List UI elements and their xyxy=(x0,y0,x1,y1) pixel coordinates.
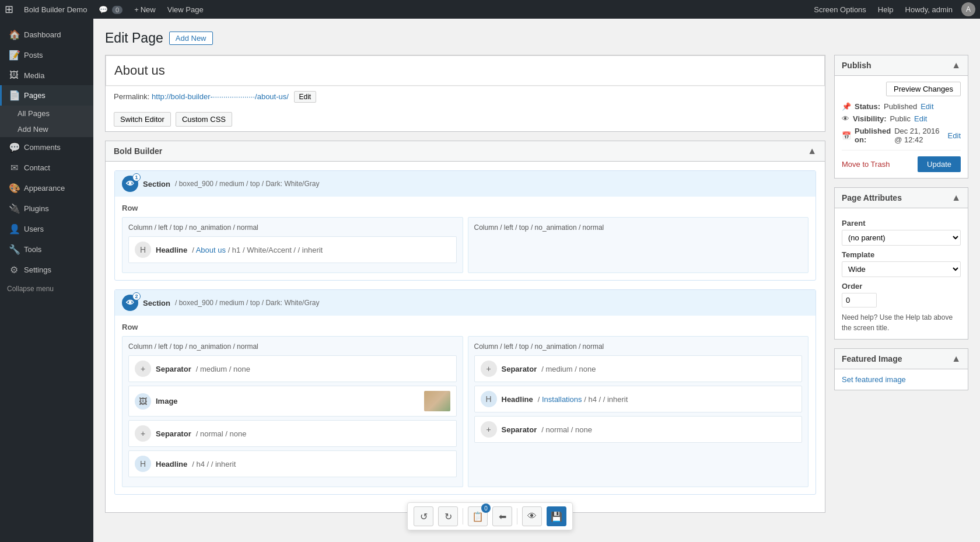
sidebar-label-comments: Comments xyxy=(24,143,61,152)
sidebar-label-appearance: Appearance xyxy=(24,184,65,193)
bb-element-sep-2-meta: / normal / none xyxy=(196,429,247,438)
bb-element-headline-3[interactable]: H Headline / Installations / h4 / / inhe… xyxy=(474,386,803,412)
featured-image-header[interactable]: Featured Image ▲ xyxy=(835,349,968,369)
sidebar-label-dashboard: Dashboard xyxy=(24,30,61,39)
post-title-input[interactable] xyxy=(106,55,825,86)
headline-3-link[interactable]: Installations xyxy=(542,395,582,404)
sidebar-panel: Publish ▲ Preview Changes 📌 Status: Publ… xyxy=(834,55,968,399)
new-content-link[interactable]: New xyxy=(128,5,162,14)
toolbar-separator-1 xyxy=(463,508,463,524)
sidebar-item-settings[interactable]: ⚙ Settings xyxy=(0,260,93,280)
bb-section-1-col-2: Column / left / top / no_animation / nor… xyxy=(468,217,809,273)
preview-changes-button[interactable]: Preview Changes xyxy=(886,82,961,96)
bb-section-1-col-1-header: Column / left / top / no_animation / nor… xyxy=(128,223,457,232)
sidebar-item-add-new[interactable]: Add New xyxy=(0,121,93,137)
bb-element-sep-2[interactable]: + Separator / normal / none xyxy=(128,420,457,447)
bb-section-2-icon[interactable]: 👁 2 xyxy=(122,295,138,311)
switch-editor-button[interactable]: Switch Editor xyxy=(114,112,171,127)
visibility-value: Public xyxy=(890,114,911,123)
bb-section-1-meta: / boxed_900 / medium / top / Dark: White… xyxy=(175,180,319,188)
bb-section-1-label: Section xyxy=(143,180,170,188)
save-button[interactable]: 💾 xyxy=(547,506,566,526)
sidebar-item-media[interactable]: 🖼 Media xyxy=(0,65,93,85)
appearance-icon: 🎨 xyxy=(9,183,19,194)
calendar-icon: 📅 xyxy=(842,131,851,140)
site-name[interactable]: Bold Builder Demo xyxy=(18,5,93,14)
sidebar-item-plugins[interactable]: 🔌 Plugins xyxy=(0,198,93,219)
redo-button[interactable]: ↻ xyxy=(438,506,458,526)
published-edit-link[interactable]: Edit xyxy=(948,131,961,140)
bb-element-headline-2-label: Headline xyxy=(156,460,187,468)
publish-visibility-row: 👁 Visibility: Public Edit xyxy=(842,114,961,123)
bb-element-headline-2-partial[interactable]: H Headline / h4 / / inherit xyxy=(128,450,457,477)
sidebar-item-pages[interactable]: 📄 Pages xyxy=(0,85,93,106)
sidebar-item-posts[interactable]: 📝 Posts xyxy=(0,45,93,65)
wp-logo-icon[interactable]: ⊞ xyxy=(5,3,13,16)
headline-icon-1: H xyxy=(135,242,151,258)
featured-image-metabox: Featured Image ▲ Set featured image xyxy=(834,348,968,390)
parent-select[interactable]: (no parent) xyxy=(842,230,961,246)
template-select[interactable]: Wide xyxy=(842,261,961,277)
sidebar-label-media: Media xyxy=(24,71,44,80)
update-button[interactable]: Update xyxy=(918,156,961,172)
clipboard-button[interactable]: 📋 0 xyxy=(468,506,488,526)
comment-icon: 💬 xyxy=(99,5,108,14)
bb-element-sep-3-label: Separator xyxy=(502,365,537,373)
publish-preview-row: Preview Changes xyxy=(842,82,961,96)
sidebar-item-tools[interactable]: 🔧 Tools xyxy=(0,239,93,260)
bb-section-2-meta: / boxed_900 / medium / top / Dark: White… xyxy=(175,299,319,307)
status-label: Status: xyxy=(855,102,880,111)
sidebar-item-comments[interactable]: 💬 Comments xyxy=(0,137,93,158)
bb-element-sep-4[interactable]: + Separator / normal / none xyxy=(474,416,803,443)
paste-button[interactable]: ⬅ xyxy=(492,506,512,526)
custom-css-button[interactable]: Custom CSS xyxy=(176,112,232,127)
permalink-edit-button[interactable]: Edit xyxy=(294,91,317,103)
bb-section-2-col-2-header: Column / left / top / no_animation / nor… xyxy=(474,342,803,351)
publish-metabox-header[interactable]: Publish ▲ xyxy=(835,55,968,76)
sidebar-item-all-pages[interactable]: All Pages xyxy=(0,106,93,121)
permalink-url[interactable]: http://bold-builder-····················… xyxy=(152,92,289,101)
undo-button[interactable]: ↺ xyxy=(414,506,433,526)
comments-count: 0 xyxy=(112,6,123,14)
sidebar-item-appearance[interactable]: 🎨 Appearance xyxy=(0,178,93,198)
visibility-edit-link[interactable]: Edit xyxy=(914,114,927,123)
sidebar-item-contact[interactable]: ✉ Contact xyxy=(0,158,93,178)
published-value: Dec 21, 2016 @ 12:42 xyxy=(894,127,944,144)
move-to-trash-link[interactable]: Move to Trash xyxy=(842,160,890,169)
page-attributes-toggle-icon: ▲ xyxy=(951,193,961,203)
bb-element-sep-1-label: Separator xyxy=(156,365,191,373)
admin-avatar[interactable]: A xyxy=(961,2,975,16)
add-new-page-button[interactable]: Add New xyxy=(169,32,213,45)
pages-submenu: All Pages Add New xyxy=(0,106,93,137)
help-btn[interactable]: Help xyxy=(872,5,900,14)
publish-title: Publish xyxy=(842,61,872,70)
bb-row-2-label: Row xyxy=(122,323,808,331)
bb-element-sep-1[interactable]: + Separator / medium / none xyxy=(128,355,457,382)
bb-element-sep-3[interactable]: + Separator / medium / none xyxy=(474,355,803,382)
page-attributes-header[interactable]: Page Attributes ▲ xyxy=(835,188,968,208)
view-page-link[interactable]: View Page xyxy=(162,5,209,14)
headline-1-link[interactable]: About us xyxy=(196,246,226,254)
attr-help-text: Need help? Use the Help tab above the sc… xyxy=(842,312,961,333)
order-input[interactable] xyxy=(842,293,877,307)
dashboard-icon: 🏠 xyxy=(9,29,19,40)
set-featured-image-link[interactable]: Set featured image xyxy=(842,375,906,384)
bb-floating-toolbar: ↺ ↻ 📋 0 ⬅ 👁 💾 xyxy=(407,502,573,530)
bb-section-1-icon[interactable]: 👁 1 xyxy=(122,176,138,192)
sep-icon-4: + xyxy=(481,421,497,438)
status-edit-link[interactable]: Edit xyxy=(921,102,933,111)
comments-link[interactable]: 💬 0 xyxy=(93,5,128,14)
publish-status-row: 📌 Status: Published Edit xyxy=(842,102,961,111)
collapse-menu-btn[interactable]: Collapse menu xyxy=(0,280,93,298)
bb-element-sep-4-meta: / normal / none xyxy=(541,425,592,434)
bb-section-1-body: Row Column / left / top / no_animation /… xyxy=(115,197,816,280)
eye-icon: 👁 xyxy=(126,179,134,188)
bb-element-image-1[interactable]: 🖼 Image xyxy=(128,386,457,417)
sidebar-item-dashboard[interactable]: 🏠 Dashboard xyxy=(0,25,93,45)
sidebar-item-users[interactable]: 👤 Users xyxy=(0,219,93,239)
bb-element-sep-3-meta: / medium / none xyxy=(541,365,596,373)
screen-options-btn[interactable]: Screen Options xyxy=(808,5,872,14)
bold-builder-collapse-btn[interactable]: ▲ xyxy=(807,146,817,156)
bb-element-headline-1[interactable]: H Headline / About us / h1 / White/Accen… xyxy=(128,236,457,263)
preview-button[interactable]: 👁 xyxy=(522,506,542,526)
